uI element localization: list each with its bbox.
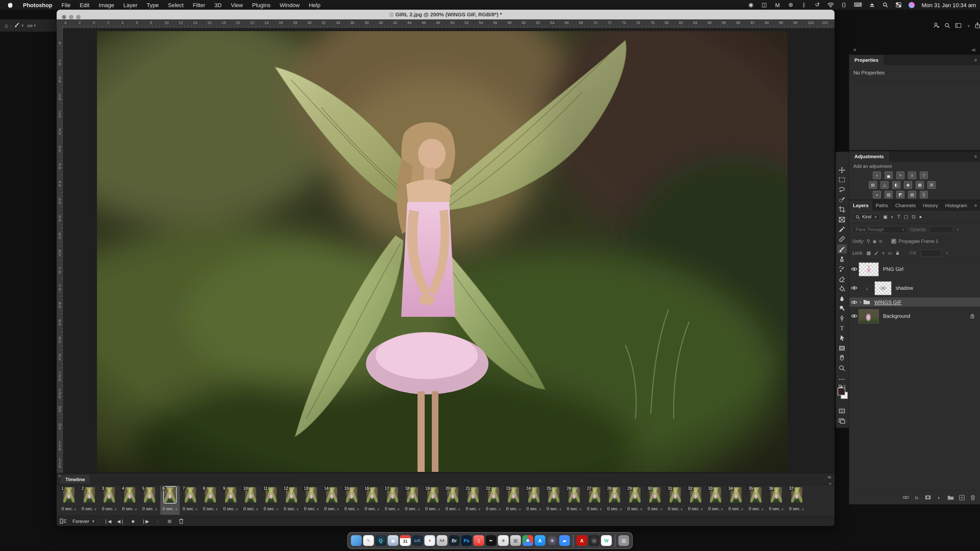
eraser-tool[interactable]	[837, 274, 847, 283]
menu-item-view[interactable]: View	[226, 2, 247, 8]
photo-filter-adjustment-icon[interactable]: ◉	[904, 181, 912, 189]
apple-menu[interactable]	[0, 1, 18, 8]
adjustment-layer-icon[interactable]: ◐	[935, 493, 943, 502]
frame-delay-select[interactable]: 0 sec.∨	[767, 506, 786, 511]
dock-acrobat-icon[interactable]: A	[576, 535, 587, 546]
pixel-filter-icon[interactable]: ▣	[883, 214, 887, 219]
gradient-map-adjustment-icon[interactable]: ▒	[920, 191, 928, 198]
malwarebytes-icon[interactable]: M	[774, 1, 781, 9]
dock-lightroom-classic-icon[interactable]: LrC	[412, 535, 423, 546]
frame-delay-select[interactable]: 0 sec.∨	[504, 506, 523, 511]
frame-thumbnail[interactable]	[103, 487, 115, 503]
tab-history[interactable]: History	[919, 200, 942, 211]
timeline-frame-33[interactable]: 330 sec.∨	[706, 486, 725, 515]
layer-filter-kind-select[interactable]: Kind∨	[853, 213, 880, 221]
unify-visibility-icon[interactable]: ◉	[873, 239, 877, 244]
menu-item-select[interactable]: Select	[163, 2, 188, 8]
loop-count-select[interactable]: Forever▼	[73, 518, 98, 524]
layer-name[interactable]: shadow	[896, 285, 913, 291]
timeline-frame-14[interactable]: 140 sec.∨	[322, 486, 342, 515]
color-lookup-adjustment-icon[interactable]: ⊞	[928, 181, 935, 189]
foreground-color-swatch[interactable]	[838, 388, 845, 395]
new-frame-button[interactable]: ⊞	[166, 519, 172, 524]
frame-thumbnail[interactable]	[63, 487, 75, 503]
chevron-down-icon[interactable]: ∨	[21, 24, 24, 27]
first-frame-button[interactable]: ❘◀	[104, 519, 111, 524]
frame-delay-select[interactable]: 0 sec.∨	[544, 506, 564, 511]
frame-thumbnail[interactable]	[225, 487, 236, 503]
frame-delay-select[interactable]: 0 sec.∨	[403, 506, 422, 511]
frame-delay-select[interactable]: 0 sec.∨	[120, 506, 139, 511]
new-group-icon[interactable]	[946, 493, 955, 502]
timeline-frame-17[interactable]: 170 sec.∨	[383, 486, 402, 515]
timeline-frame-27[interactable]: 270 sec.∨	[585, 486, 604, 515]
dodge-tool[interactable]	[837, 304, 847, 313]
frame-tool[interactable]	[837, 215, 847, 224]
unify-position-icon[interactable]: ⚲	[867, 239, 870, 244]
timeline-frame-20[interactable]: 200 sec.∨	[443, 486, 463, 515]
screen-record-icon[interactable]: ◉	[748, 1, 754, 9]
frame-delay-select[interactable]: 0 sec.∨	[746, 506, 766, 511]
layer-row-shadow[interactable]: ↓shadow	[850, 279, 980, 297]
new-layer-icon[interactable]	[958, 493, 966, 502]
canvas-image[interactable]	[97, 31, 788, 472]
quick-mask-icon[interactable]	[837, 406, 847, 415]
timeline-frame-25[interactable]: 250 sec.∨	[544, 486, 564, 515]
dock-photoshop-icon[interactable]: Ps	[461, 535, 472, 546]
timeline-frame-12[interactable]: 120 sec.∨	[282, 486, 301, 515]
frame-delay-select[interactable]: 0 sec.∨	[140, 506, 159, 511]
eyedropper-tool[interactable]	[837, 225, 847, 234]
channel-mixer-adjustment-icon[interactable]: ▦	[916, 181, 924, 189]
timeline-tab[interactable]: Timeline	[60, 475, 90, 484]
timeline-frame-15[interactable]: 150 sec.∨	[342, 486, 362, 515]
timeline-frame-3[interactable]: 30 sec.∨	[100, 486, 119, 515]
vibrance-adjustment-icon[interactable]: ▽	[920, 171, 928, 179]
panel-menu-icon[interactable]: ≡	[974, 154, 977, 159]
delete-layer-icon[interactable]	[969, 493, 977, 502]
home-icon[interactable]: ⌂	[5, 22, 8, 29]
convert-video-timeline-button[interactable]	[60, 518, 67, 524]
menu-item-help[interactable]: Help	[304, 2, 325, 8]
frame-delay-select[interactable]: 0 sec.∨	[726, 506, 746, 511]
wifi-icon[interactable]	[827, 1, 834, 9]
propagate-frame-checkbox[interactable]: ✓	[891, 239, 896, 244]
clone-stamp-tool[interactable]	[837, 254, 847, 264]
dock-calculator-icon[interactable]: ⊞	[510, 535, 521, 546]
code-brackets-icon[interactable]: ⟨⟩	[840, 1, 847, 9]
dock-chrome-icon[interactable]	[522, 535, 533, 546]
timeline-frame-36[interactable]: 360 sec.∨	[767, 486, 786, 515]
brightness-contrast-adjustment-icon[interactable]: ☼	[873, 171, 881, 179]
timeline-frame-32[interactable]: 320 sec.∨	[686, 486, 705, 515]
frame-delay-select[interactable]: 0 sec.∨	[585, 506, 604, 511]
control-center-icon[interactable]	[895, 1, 902, 9]
layer-mask-icon[interactable]	[924, 493, 932, 502]
dock-safari-icon[interactable]: ✦	[425, 535, 435, 546]
frame-delay-select[interactable]: 0 sec.∨	[706, 506, 725, 511]
frame-delay-select[interactable]: 0 sec.∨	[383, 506, 402, 511]
pen-tool[interactable]	[837, 314, 847, 323]
dock-aperture-icon[interactable]: ✳	[498, 535, 509, 546]
timeline-frame-19[interactable]: 190 sec.∨	[423, 486, 442, 515]
spotlight-icon[interactable]	[882, 1, 888, 9]
timeline-frame-29[interactable]: 290 sec.∨	[625, 486, 645, 515]
dock-camera-app-icon[interactable]: ◎	[589, 535, 600, 546]
panel-menu-icon[interactable]: ≡	[974, 203, 977, 208]
layer-row-wings-gif[interactable]: ›WINGS GIF	[850, 297, 980, 306]
lasso-tool[interactable]	[837, 185, 847, 194]
timeline-frame-30[interactable]: 300 sec.∨	[646, 486, 665, 515]
menu-item-plugins[interactable]: Plugins	[248, 2, 275, 8]
frame-delay-select[interactable]: 0 sec.∨	[342, 506, 362, 511]
frame-delay-select[interactable]: 0 sec.∨	[463, 506, 483, 511]
frame-delay-select[interactable]: 0 sec.∨	[200, 506, 220, 511]
accessibility-icon[interactable]: ⊛	[788, 1, 794, 9]
eject-icon[interactable]	[869, 1, 875, 9]
tab-properties[interactable]: Properties	[850, 55, 883, 65]
panel-menu-icon[interactable]: ≡	[974, 58, 977, 63]
next-frame-button[interactable]: ❘▶	[142, 519, 149, 524]
frame-delay-select[interactable]: 0 sec.∨	[787, 506, 806, 511]
layer-name[interactable]: PNG Girl	[883, 266, 904, 272]
dock-zoom-app-icon[interactable]: ▰	[559, 535, 570, 546]
timeline-frame-24[interactable]: 240 sec.∨	[524, 486, 544, 515]
hand-tool[interactable]	[837, 353, 847, 362]
curves-adjustment-icon[interactable]: ∿	[896, 171, 904, 179]
